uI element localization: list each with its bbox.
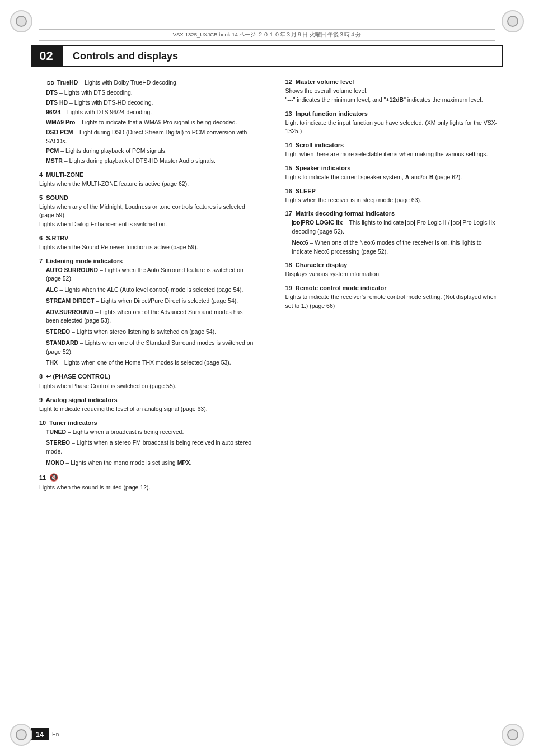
section-5-body: Lights when any of the Midnight, Loudnes…: [39, 203, 257, 221]
section-16: 16 SLEEP Lights when the receiver is in …: [285, 188, 504, 205]
section-18: 18 Character display Displays various sy…: [285, 262, 504, 279]
section-7: 7 Listening mode indicators AUTO SURROUN…: [39, 258, 257, 368]
section-14: 14 Scroll indicators Light when there ar…: [285, 142, 504, 159]
truehd-item: DD TrueHD – Lights with Dolby TrueHD dec…: [39, 78, 257, 166]
listening-stereo: STEREO – Lights when stereo listening is…: [39, 328, 257, 337]
section-17: 17 Matrix decoding format indicators DDP…: [285, 210, 504, 256]
section-10: 10 Tuner indicators TUNED – Lights when …: [39, 419, 257, 468]
mstr-label: MSTR: [46, 157, 63, 164]
section-4-header: 4 MULTI-ZONE: [39, 171, 257, 178]
corner-decoration-bl: [10, 724, 32, 746]
listening-stream-direct: STREAM DIRECT – Lights when Direct/Pure …: [39, 297, 257, 306]
dsd-pcm-label: DSD PCM: [46, 129, 73, 136]
file-bar: VSX-1325_UXJCB.book 14 ページ ２０１０年３月９日 火曜日…: [39, 29, 495, 41]
section-8-header: 8 ↩ (PHASE CONTROL): [39, 373, 257, 380]
section-14-body: Light when there are more selectable ite…: [285, 150, 504, 159]
listening-adv-surround: ADV.SURROUND – Lights when one of the Ad…: [39, 308, 257, 326]
section-18-body: Displays various system information.: [285, 270, 504, 279]
section-11-header: 11 🔇: [39, 473, 257, 482]
pcm-label: PCM: [46, 147, 59, 154]
section-14-header: 14 Scroll indicators: [285, 142, 504, 148]
section-5: 5 SOUND Lights when any of the Midnight,…: [39, 194, 257, 229]
wma9pro-desc: – Lights to indicate that a WMA9 Pro sig…: [77, 119, 237, 125]
tuner-mono: MONO – Lights when the mono mode is set …: [39, 459, 257, 468]
chapter-title-box: Controls and displays: [62, 45, 503, 67]
96-24-label: 96/24: [46, 109, 60, 115]
section-4-body: Lights when the MULTI-ZONE feature is ac…: [39, 180, 257, 189]
file-bar-text: VSX-1325_UXJCB.book 14 ページ ２０１０年３月９日 火曜日…: [173, 31, 362, 38]
dts-hd-desc: – Lights with DTS-HD decoding.: [69, 99, 153, 106]
section-12: 12 Master volume level Shows the overall…: [285, 78, 504, 105]
listening-alc: ALC – Lights when the ALC (Auto level co…: [39, 286, 257, 295]
tuner-tuned: TUNED – Lights when a broadcast is being…: [39, 428, 257, 437]
dsd-pcm-desc: – Light during DSD (Direct Stream Digita…: [46, 129, 247, 144]
section-12-body: Shows the overall volume level.: [285, 87, 504, 96]
section-15-header: 15 Speaker indicators: [285, 165, 504, 171]
section-9-header: 9 Analog signal indicators: [39, 396, 257, 403]
section-12-body2: "---" indicates the minimum level, and "…: [285, 96, 504, 105]
section-8: 8 ↩ (PHASE CONTROL) Lights when Phase Co…: [39, 373, 257, 391]
truehd-desc: – Lights with Dolby TrueHD decoding.: [79, 79, 178, 86]
wma9pro-label: WMA9 Pro: [46, 119, 76, 125]
section-13-header: 13 Input function indicators: [285, 110, 504, 117]
section-6-header: 6 S.RTRV: [39, 235, 257, 241]
corner-decoration-tr: [502, 10, 524, 32]
chapter-number: 02: [31, 45, 62, 67]
section-9-body: Light to indicate reducing the level of …: [39, 405, 257, 414]
section-11: 11 🔇 Lights when the sound is muted (pag…: [39, 473, 257, 492]
section-9: 9 Analog signal indicators Light to indi…: [39, 396, 257, 414]
section-7-header: 7 Listening mode indicators: [39, 258, 257, 264]
mstr-desc: – Lights during playback of DTS-HD Maste…: [64, 157, 216, 164]
dts-label: DTS: [46, 89, 58, 96]
right-column: 12 Master volume level Shows the overall…: [280, 78, 504, 711]
truehd-label: DD TrueHD: [46, 79, 78, 86]
section-15-body: Lights to indicate the current speaker s…: [285, 173, 504, 182]
listening-auto-surround: AUTO SURROUND – Lights when the Auto Sur…: [39, 266, 257, 284]
section-13: 13 Input function indicators Light to in…: [285, 110, 504, 137]
section-19-header: 19 Remote control mode indicator: [285, 284, 504, 291]
corner-decoration-tl: [10, 10, 32, 32]
page-number: 14: [31, 728, 49, 740]
matrix-pro-logic: DDPRO LOGIC IIx – This lights to indicat…: [285, 218, 504, 236]
left-column: DD TrueHD – Lights with Dolby TrueHD dec…: [39, 78, 263, 711]
page-lang: En: [52, 731, 59, 738]
section-5-header: 5 SOUND: [39, 194, 257, 201]
page: VSX-1325_UXJCB.book 14 ページ ２０１０年３月９日 火曜日…: [0, 0, 534, 756]
corner-decoration-br: [502, 724, 524, 746]
section-12-header: 12 Master volume level: [285, 78, 504, 85]
content-area: DD TrueHD – Lights with Dolby TrueHD dec…: [39, 78, 503, 711]
dts-desc: – Lights with DTS decoding.: [59, 89, 133, 96]
section-15: 15 Speaker indicators Lights to indicate…: [285, 165, 504, 182]
section-11-body: Lights when the sound is muted (page 12)…: [39, 483, 257, 492]
section-6: 6 S.RTRV Lights when the Sound Retriever…: [39, 235, 257, 252]
chapter-title: Controls and displays: [73, 50, 178, 62]
section-18-header: 18 Character display: [285, 262, 504, 268]
listening-thx: THX – Lights when one of the Home THX mo…: [39, 358, 257, 367]
pcm-desc: – Lights during playback of PCM signals.: [60, 147, 167, 154]
listening-standard: STANDARD – Lights when one of the Standa…: [39, 339, 257, 357]
section-8-body: Lights when Phase Control is switched on…: [39, 382, 257, 391]
tuner-stereo: STEREO – Lights when a stereo FM broadca…: [39, 438, 257, 456]
section-6-body: Lights when the Sound Retriever function…: [39, 243, 257, 252]
section-16-header: 16 SLEEP: [285, 188, 504, 194]
section-4: 4 MULTI-ZONE Lights when the MULTI-ZONE …: [39, 171, 257, 189]
section-13-body: Light to indicate the input function you…: [285, 119, 504, 137]
section-17-header: 17 Matrix decoding format indicators: [285, 210, 504, 217]
section-5-body2: Lights when Dialog Enhancement is switch…: [39, 220, 257, 229]
section-10-header: 10 Tuner indicators: [39, 419, 257, 426]
dts-hd-label: DTS HD: [46, 99, 68, 106]
section-19: 19 Remote control mode indicator Lights …: [285, 284, 504, 311]
96-24-desc: – Lights with DTS 96/24 decoding.: [62, 109, 152, 115]
chapter-header: 02 Controls and displays: [31, 45, 503, 67]
matrix-neo6: Neo:6 – When one of the Neo:6 modes of t…: [285, 239, 504, 256]
section-19-body: Lights to indicate the receiver's remote…: [285, 293, 504, 311]
page-footer: 14 En: [31, 728, 59, 740]
section-16-body: Lights when the receiver is in sleep mod…: [285, 196, 504, 205]
